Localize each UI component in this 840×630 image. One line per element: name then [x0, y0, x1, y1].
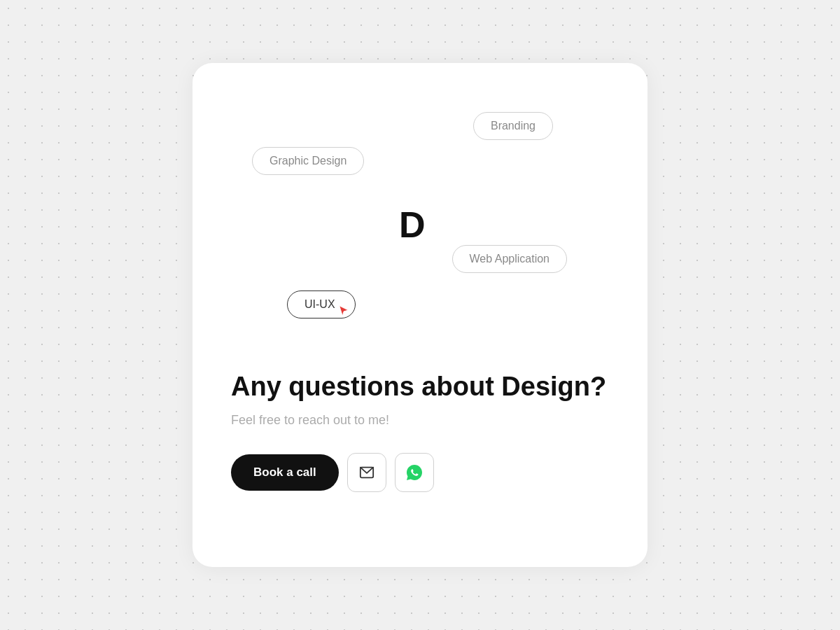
book-call-button[interactable]: Book a call: [231, 454, 339, 491]
tag-branding[interactable]: Branding: [473, 112, 553, 140]
tag-ui-ux[interactable]: UI-UX: [287, 290, 356, 318]
content-area: Any questions about Design? Feel free to…: [231, 357, 609, 492]
whatsapp-icon: [407, 465, 422, 480]
email-button[interactable]: [347, 453, 386, 492]
tag-graphic-design-label: Graphic Design: [270, 155, 346, 167]
email-icon: [359, 465, 374, 480]
main-card: Graphic Design Branding Web Application …: [192, 63, 648, 567]
tag-web-application-label: Web Application: [470, 253, 550, 265]
svg-marker-0: [339, 306, 348, 316]
whatsapp-button[interactable]: [395, 453, 434, 492]
logo-d: D: [399, 206, 426, 243]
tag-web-application[interactable]: Web Application: [452, 245, 567, 273]
sub-text: Feel free to reach out to me!: [231, 413, 609, 428]
actions-row: Book a call: [231, 453, 609, 492]
tag-branding-label: Branding: [491, 120, 536, 132]
tag-ui-ux-label: UI-UX: [304, 298, 335, 311]
main-heading: Any questions about Design?: [231, 371, 609, 403]
tags-area: Graphic Design Branding Web Application …: [231, 105, 609, 357]
tag-graphic-design[interactable]: Graphic Design: [252, 147, 364, 175]
